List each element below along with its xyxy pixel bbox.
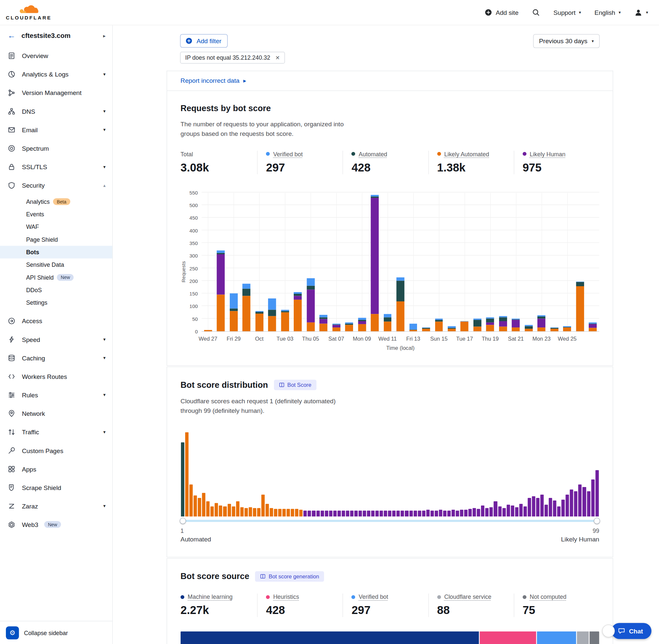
histogram-bar[interactable]: [519, 504, 522, 516]
chat-button[interactable]: Chat: [611, 623, 652, 639]
histogram-bar[interactable]: [367, 510, 370, 516]
sidebar-item-spectrum[interactable]: Spectrum: [0, 139, 112, 157]
histogram-bar[interactable]: [490, 507, 493, 516]
histogram-bar[interactable]: [380, 510, 383, 516]
histogram-bar[interactable]: [507, 505, 510, 517]
stat-label[interactable]: Not computed: [522, 594, 599, 600]
slider-track[interactable]: [181, 520, 599, 522]
histogram-bar[interactable]: [333, 510, 336, 516]
sidebar-item-ddos[interactable]: DDoS: [0, 283, 112, 296]
histogram-bar[interactable]: [232, 506, 235, 517]
histogram-bar[interactable]: [418, 510, 421, 516]
histogram-bar[interactable]: [244, 508, 248, 517]
stacked-bar[interactable]: [268, 298, 276, 331]
language-menu[interactable]: English ▾: [594, 9, 620, 16]
cloudflare-logo[interactable]: CLOUDFLARE: [6, 4, 52, 20]
report-incorrect-data-link[interactable]: Report incorrect data ▶: [181, 77, 246, 85]
stat-label[interactable]: Likely Automated: [437, 151, 514, 157]
histogram-bar[interactable]: [422, 510, 425, 516]
stat-label[interactable]: Heuristics: [266, 594, 343, 600]
histogram-bar[interactable]: [595, 470, 599, 516]
stacked-bar[interactable]: [435, 319, 443, 331]
histogram-bar[interactable]: [578, 484, 582, 516]
histogram-bar[interactable]: [181, 442, 184, 517]
histogram-bar[interactable]: [528, 498, 531, 516]
stacked-bar[interactable]: [204, 330, 212, 331]
stat-label[interactable]: Verified bot: [266, 151, 343, 157]
stacked-bar[interactable]: [461, 321, 468, 331]
stacked-bar[interactable]: [358, 318, 366, 331]
source-segment-machine-learning[interactable]: [181, 631, 479, 644]
chevron-up-icon[interactable]: ▴: [103, 182, 105, 188]
stat-label[interactable]: Machine learning: [181, 594, 257, 600]
histogram-bar[interactable]: [308, 510, 311, 516]
sidebar-item-custom-pages[interactable]: Custom Pages: [0, 441, 112, 460]
histogram-bar[interactable]: [468, 509, 472, 516]
histogram-bar[interactable]: [278, 509, 282, 516]
histogram-bar[interactable]: [414, 510, 417, 516]
histogram-bar[interactable]: [460, 510, 463, 516]
sidebar-item-access[interactable]: Access: [0, 312, 112, 330]
bot-score-generation-badge[interactable]: Bot score generation: [255, 571, 324, 582]
chevron-right-icon[interactable]: ▸: [103, 33, 106, 39]
collapse-sidebar[interactable]: ⚙ Collapse sidebar: [0, 621, 112, 644]
stacked-bar[interactable]: [486, 317, 494, 331]
histogram-bar[interactable]: [570, 490, 573, 517]
histogram-bar[interactable]: [228, 504, 231, 516]
source-segment-not-computed[interactable]: [589, 631, 599, 644]
histogram-bar[interactable]: [523, 506, 527, 517]
histogram-bar[interactable]: [354, 510, 358, 516]
histogram-bar[interactable]: [316, 510, 320, 516]
sidebar-item-scrape-shield[interactable]: Scrape Shield: [0, 478, 112, 497]
chevron-down-icon[interactable]: ▾: [103, 503, 105, 509]
histogram-bar[interactable]: [190, 484, 193, 516]
slider-handle-max[interactable]: [594, 518, 600, 524]
histogram-bar[interactable]: [481, 506, 484, 516]
sidebar-item-email[interactable]: Email▾: [0, 120, 112, 139]
histogram-bar[interactable]: [371, 510, 375, 516]
histogram-bar[interactable]: [498, 506, 501, 517]
histogram-bar[interactable]: [206, 501, 210, 516]
chevron-down-icon[interactable]: ▾: [103, 109, 105, 114]
stacked-bar[interactable]: [397, 278, 404, 331]
source-segment-heuristics[interactable]: [480, 631, 536, 644]
histogram-bar[interactable]: [283, 509, 286, 516]
histogram-bar[interactable]: [456, 510, 459, 516]
sidebar-item-zaraz[interactable]: Zaraz▾: [0, 497, 112, 515]
stat-label[interactable]: Likely Human: [522, 151, 599, 157]
histogram-bar[interactable]: [477, 509, 480, 516]
histogram-bar[interactable]: [384, 510, 387, 516]
support-menu[interactable]: Support ▾: [554, 9, 581, 16]
histogram-bar[interactable]: [211, 506, 214, 517]
stat-label[interactable]: Automated: [351, 151, 428, 157]
histogram-bar[interactable]: [198, 498, 201, 516]
histogram-bar[interactable]: [430, 510, 434, 516]
histogram-bar[interactable]: [261, 495, 265, 516]
histogram-bar[interactable]: [553, 501, 556, 517]
sidebar-item-bots[interactable]: Bots: [0, 246, 112, 258]
chevron-down-icon[interactable]: ▾: [103, 355, 105, 361]
histogram-bar[interactable]: [257, 508, 260, 517]
score-range-slider[interactable]: [181, 518, 599, 524]
histogram-bar[interactable]: [485, 508, 489, 517]
stacked-bar[interactable]: [345, 322, 353, 331]
histogram-bar[interactable]: [545, 505, 548, 517]
histogram-bar[interactable]: [401, 510, 404, 516]
histogram-bar[interactable]: [223, 506, 227, 517]
stacked-bar[interactable]: [332, 323, 340, 331]
stat-label[interactable]: Verified bot: [351, 594, 428, 600]
stacked-bar[interactable]: [243, 283, 251, 331]
filter-chip[interactable]: IP does not equal 35.212.240.32 ✕: [180, 52, 285, 64]
sidebar-item-version-management[interactable]: Version Management: [0, 84, 112, 102]
histogram-bar[interactable]: [325, 510, 328, 516]
histogram-bar[interactable]: [193, 495, 197, 516]
back-arrow-icon[interactable]: ←: [7, 32, 16, 40]
histogram-bar[interactable]: [362, 510, 366, 516]
histogram-bar[interactable]: [566, 495, 569, 516]
chevron-down-icon[interactable]: ▾: [103, 429, 105, 435]
histogram-bar[interactable]: [515, 507, 518, 516]
stacked-bar[interactable]: [473, 319, 481, 331]
histogram-bar[interactable]: [219, 506, 222, 516]
sidebar-item-apps[interactable]: Apps: [0, 460, 112, 478]
stacked-bar[interactable]: [512, 319, 520, 331]
